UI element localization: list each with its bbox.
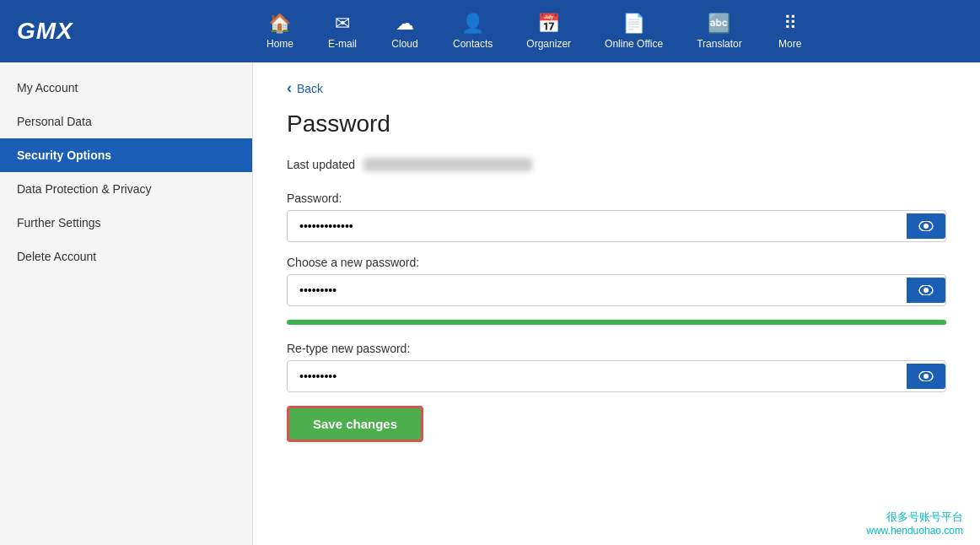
back-label: Back bbox=[297, 82, 323, 95]
eye-icon bbox=[918, 221, 934, 231]
nav-items: 🏠 Home ✉ E-mail ☁ Cloud 👤 Contacts 📅 Org… bbox=[99, 6, 972, 57]
nav-online-office-label: Online Office bbox=[605, 38, 663, 50]
retype-input[interactable] bbox=[288, 361, 907, 391]
sidebar-item-delete-account[interactable]: Delete Account bbox=[0, 240, 252, 273]
email-icon: ✉ bbox=[335, 13, 350, 35]
nav-email[interactable]: ✉ E-mail bbox=[313, 6, 372, 57]
new-password-toggle-button[interactable] bbox=[907, 278, 945, 303]
password-strength-bar bbox=[287, 320, 946, 325]
save-changes-button[interactable]: Save changes bbox=[287, 406, 423, 442]
nav-organizer[interactable]: 📅 Organizer bbox=[511, 6, 586, 57]
layout: My Account Personal Data Security Option… bbox=[0, 62, 980, 545]
back-link[interactable]: ‹ Back bbox=[287, 79, 946, 97]
svg-point-5 bbox=[923, 374, 929, 379]
home-icon: 🏠 bbox=[268, 13, 291, 35]
last-updated-value bbox=[363, 158, 532, 171]
sidebar-item-personal-data[interactable]: Personal Data bbox=[0, 105, 252, 138]
nav-more-label: More bbox=[778, 38, 801, 50]
watermark: 很多号账号平台 www.henduohao.com bbox=[866, 510, 963, 537]
nav-home-label: Home bbox=[267, 38, 293, 50]
gmx-logo[interactable]: GMX bbox=[8, 13, 82, 50]
page-title: Password bbox=[287, 111, 946, 138]
watermark-line1: 很多号账号平台 bbox=[866, 510, 963, 525]
last-updated-label: Last updated bbox=[287, 158, 355, 171]
retype-label: Re-type new password: bbox=[287, 342, 946, 355]
password-input[interactable] bbox=[288, 211, 907, 241]
eye-icon-3 bbox=[918, 371, 934, 381]
retype-toggle-button[interactable] bbox=[907, 364, 945, 389]
nav-translator[interactable]: 🔤 Translator bbox=[681, 6, 757, 57]
top-navigation: GMX 🏠 Home ✉ E-mail ☁ Cloud 👤 Contacts 📅… bbox=[0, 0, 980, 62]
online-office-icon: 📄 bbox=[622, 13, 645, 35]
nav-organizer-label: Organizer bbox=[526, 38, 571, 50]
svg-point-1 bbox=[923, 224, 929, 229]
watermark-line2: www.henduohao.com bbox=[866, 525, 963, 537]
nav-online-office[interactable]: 📄 Online Office bbox=[590, 6, 678, 57]
sidebar-item-my-account[interactable]: My Account bbox=[0, 71, 252, 105]
password-label: Password: bbox=[287, 192, 946, 205]
sidebar-item-further-settings[interactable]: Further Settings bbox=[0, 206, 252, 240]
sidebar-item-data-protection[interactable]: Data Protection & Privacy bbox=[0, 172, 252, 206]
nav-email-label: E-mail bbox=[328, 38, 357, 50]
main-content: ‹ Back Password Last updated Password: bbox=[253, 62, 980, 459]
nav-home[interactable]: 🏠 Home bbox=[250, 6, 310, 57]
nav-contacts[interactable]: 👤 Contacts bbox=[438, 6, 508, 57]
new-password-input-row bbox=[287, 274, 946, 306]
nav-cloud-label: Cloud bbox=[391, 38, 417, 50]
more-icon: ⠿ bbox=[783, 13, 797, 35]
sidebar-item-security-options[interactable]: Security Options bbox=[0, 138, 252, 172]
eye-icon-2 bbox=[918, 285, 934, 295]
svg-point-3 bbox=[923, 288, 929, 293]
nav-cloud[interactable]: ☁ Cloud bbox=[375, 6, 434, 57]
translator-icon: 🔤 bbox=[708, 13, 730, 35]
sidebar: My Account Personal Data Security Option… bbox=[0, 62, 253, 545]
nav-more[interactable]: ⠿ More bbox=[761, 6, 820, 57]
cloud-icon: ☁ bbox=[396, 13, 414, 35]
new-password-label: Choose a new password: bbox=[287, 256, 946, 269]
nav-translator-label: Translator bbox=[697, 38, 742, 50]
organizer-icon: 📅 bbox=[537, 13, 560, 35]
last-updated-row: Last updated bbox=[287, 158, 946, 171]
password-input-row bbox=[287, 210, 946, 242]
contacts-icon: 👤 bbox=[461, 13, 484, 35]
retype-input-row bbox=[287, 360, 946, 392]
new-password-input[interactable] bbox=[288, 275, 907, 305]
chevron-left-icon: ‹ bbox=[287, 79, 292, 97]
nav-contacts-label: Contacts bbox=[453, 38, 493, 50]
password-toggle-button[interactable] bbox=[907, 213, 945, 239]
